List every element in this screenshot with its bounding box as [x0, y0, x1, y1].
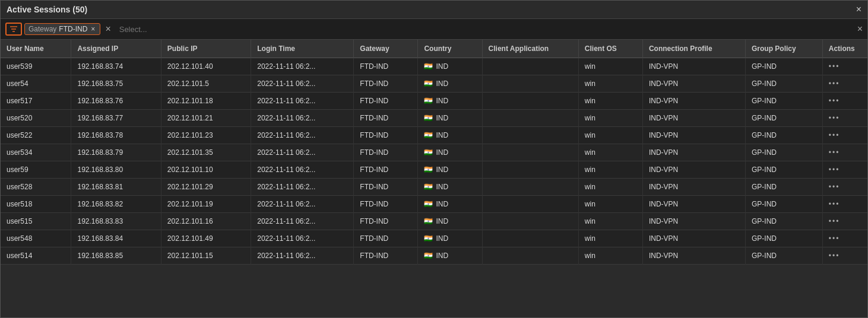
actions-menu-button[interactable]: •••	[829, 131, 840, 139]
cell-clientapp	[482, 93, 578, 110]
filter-tag-label: Gateway	[28, 25, 56, 33]
cell-username: user528	[1, 179, 71, 196]
cell-country: 🇮🇳IND	[418, 110, 482, 127]
actions-menu-button[interactable]: •••	[829, 200, 840, 208]
cell-connprofile: IND-VPN	[642, 110, 745, 127]
cell-actions[interactable]: •••	[822, 110, 867, 127]
cell-country: 🇮🇳IND	[418, 144, 482, 161]
sessions-table-wrapper: User Name Assigned IP Public IP Login Ti…	[1, 40, 867, 317]
cell-actions[interactable]: •••	[822, 230, 867, 247]
country-flag: 🇮🇳	[424, 200, 433, 208]
table-row: user514192.168.83.85202.12.101.152022-11…	[1, 247, 867, 265]
cell-gateway: FTD-IND	[354, 196, 418, 213]
cell-country: 🇮🇳IND	[418, 58, 482, 75]
country-name: IND	[436, 166, 448, 174]
filter-bar: Gateway FTD-IND × × Select... ×	[1, 19, 867, 40]
cell-publicip: 202.12.101.16	[161, 213, 251, 230]
country-name: IND	[436, 183, 448, 191]
cell-clientapp	[482, 247, 578, 265]
cell-actions[interactable]: •••	[822, 247, 867, 265]
cell-country: 🇮🇳IND	[418, 230, 482, 247]
cell-connprofile: IND-VPN	[642, 93, 745, 110]
actions-menu-button[interactable]: •••	[829, 148, 840, 157]
filter-clear-button[interactable]: ×	[857, 24, 863, 34]
actions-menu-button[interactable]: •••	[829, 217, 840, 225]
cell-actions[interactable]: •••	[822, 161, 867, 179]
cell-country: 🇮🇳IND	[418, 161, 482, 179]
cell-grouppolicy: GP-IND	[745, 93, 822, 110]
filter-tag-value: FTD-IND	[59, 25, 87, 33]
cell-actions[interactable]: •••	[822, 144, 867, 161]
cell-logintime: 2022-11-11 06:2...	[251, 179, 354, 196]
cell-assignedip: 192.168.83.82	[71, 196, 161, 213]
cell-actions[interactable]: •••	[822, 179, 867, 196]
cell-actions[interactable]: •••	[822, 75, 867, 93]
actions-menu-button[interactable]: •••	[829, 183, 840, 191]
actions-menu-button[interactable]: •••	[829, 166, 840, 174]
cell-grouppolicy: GP-IND	[745, 161, 822, 179]
cell-actions[interactable]: •••	[822, 58, 867, 75]
cell-country: 🇮🇳IND	[418, 196, 482, 213]
cell-username: user54	[1, 75, 71, 93]
cell-gateway: FTD-IND	[354, 58, 418, 75]
active-sessions-window: Active Sessions (50) × Gateway FTD-IND ×…	[0, 0, 868, 318]
cell-publicip: 202.12.101.10	[161, 161, 251, 179]
table-row: user534192.168.83.79202.12.101.352022-11…	[1, 144, 867, 161]
cell-publicip: 202.12.101.15	[161, 247, 251, 265]
country-name: IND	[436, 80, 448, 88]
cell-logintime: 2022-11-11 06:2...	[251, 58, 354, 75]
cell-username: user515	[1, 213, 71, 230]
col-header-clientos: Client OS	[578, 40, 642, 58]
cell-clientapp	[482, 230, 578, 247]
cell-country: 🇮🇳IND	[418, 247, 482, 265]
filter-remove-all-button[interactable]: ×	[103, 24, 113, 34]
cell-clientos: win	[578, 179, 642, 196]
country-name: IND	[436, 148, 448, 157]
filter-tag-remove-button[interactable]: ×	[90, 25, 96, 33]
table-header-row: User Name Assigned IP Public IP Login Ti…	[1, 40, 867, 58]
cell-clientos: win	[578, 213, 642, 230]
title-bar: Active Sessions (50) ×	[1, 1, 867, 19]
actions-menu-button[interactable]: •••	[829, 62, 840, 71]
cell-actions[interactable]: •••	[822, 196, 867, 213]
cell-connprofile: IND-VPN	[642, 144, 745, 161]
country-flag: 🇮🇳	[424, 131, 433, 139]
cell-grouppolicy: GP-IND	[745, 144, 822, 161]
cell-clientos: win	[578, 93, 642, 110]
cell-logintime: 2022-11-11 06:2...	[251, 247, 354, 265]
cell-gateway: FTD-IND	[354, 144, 418, 161]
cell-gateway: FTD-IND	[354, 179, 418, 196]
filter-toggle-button[interactable]	[5, 23, 22, 36]
window-close-button[interactable]: ×	[856, 4, 861, 15]
cell-actions[interactable]: •••	[822, 93, 867, 110]
country-flag: 🇮🇳	[424, 114, 433, 122]
cell-country: 🇮🇳IND	[418, 75, 482, 93]
cell-actions[interactable]: •••	[822, 127, 867, 144]
col-header-connprofile: Connection Profile	[642, 40, 745, 58]
cell-country: 🇮🇳IND	[418, 127, 482, 144]
cell-connprofile: IND-VPN	[642, 161, 745, 179]
country-flag: 🇮🇳	[424, 97, 433, 105]
country-name: IND	[436, 114, 448, 122]
cell-grouppolicy: GP-IND	[745, 196, 822, 213]
cell-actions[interactable]: •••	[822, 213, 867, 230]
cell-assignedip: 192.168.83.80	[71, 161, 161, 179]
actions-menu-button[interactable]: •••	[829, 80, 840, 88]
cell-username: user59	[1, 161, 71, 179]
actions-menu-button[interactable]: •••	[829, 97, 840, 105]
actions-menu-button[interactable]: •••	[829, 234, 840, 243]
actions-menu-button[interactable]: •••	[829, 252, 840, 260]
filter-select-placeholder[interactable]: Select...	[116, 24, 855, 35]
cell-gateway: FTD-IND	[354, 213, 418, 230]
cell-clientapp	[482, 179, 578, 196]
country-name: IND	[436, 217, 448, 225]
country-flag: 🇮🇳	[424, 234, 433, 243]
cell-logintime: 2022-11-11 06:2...	[251, 110, 354, 127]
actions-menu-button[interactable]: •••	[829, 114, 840, 122]
cell-assignedip: 192.168.83.84	[71, 230, 161, 247]
country-flag: 🇮🇳	[424, 62, 433, 71]
country-flag: 🇮🇳	[424, 183, 433, 191]
col-header-country: Country	[418, 40, 482, 58]
table-row: user517192.168.83.76202.12.101.182022-11…	[1, 93, 867, 110]
col-header-actions: Actions	[822, 40, 867, 58]
